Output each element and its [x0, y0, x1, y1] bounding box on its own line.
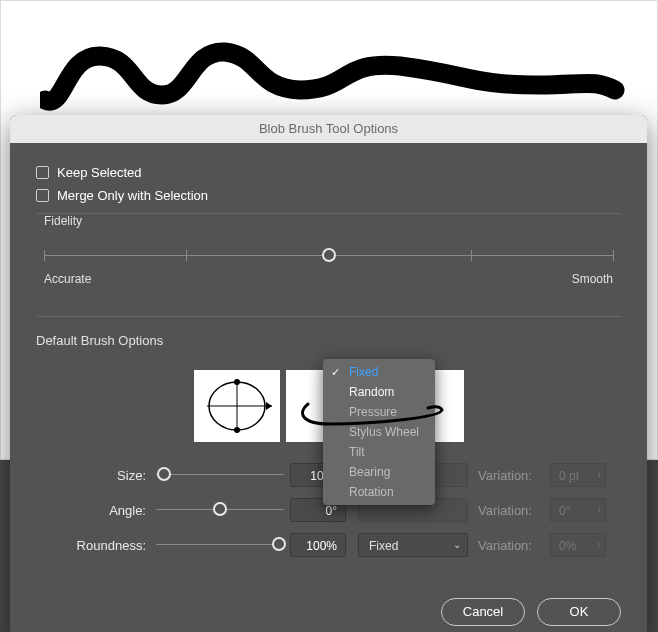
dropdown-item-fixed[interactable]: ✓Fixed: [323, 362, 435, 382]
type-dropdown-menu[interactable]: ✓Fixed Random Pressure Stylus Wheel Tilt…: [323, 359, 435, 505]
fidelity-left-label: Accurate: [44, 272, 91, 286]
keep-selected-checkbox[interactable]: [36, 166, 49, 179]
roundness-slider-thumb[interactable]: [272, 537, 286, 551]
dropdown-item-bearing[interactable]: Bearing: [323, 462, 435, 482]
roundness-input[interactable]: 100%: [290, 533, 346, 557]
dropdown-item-tilt[interactable]: Tilt: [323, 442, 435, 462]
roundness-label: Roundness:: [36, 538, 156, 553]
fidelity-slider-thumb[interactable]: [322, 248, 336, 262]
merge-only-checkbox[interactable]: [36, 189, 49, 202]
angle-slider-thumb[interactable]: [213, 502, 227, 516]
brush-preview-ellipse: [194, 370, 280, 442]
svg-point-3: [234, 379, 240, 385]
merge-only-label: Merge Only with Selection: [57, 188, 208, 203]
check-icon: ✓: [331, 362, 340, 382]
ok-button[interactable]: OK: [537, 598, 621, 626]
roundness-type-select[interactable]: Fixed⌄: [358, 533, 468, 557]
dropdown-item-random[interactable]: Random: [323, 382, 435, 402]
dialog-title: Blob Brush Tool Options: [10, 115, 647, 143]
brush-options-title: Default Brush Options: [36, 333, 621, 348]
fidelity-label: Fidelity: [44, 214, 613, 228]
keep-selected-label: Keep Selected: [57, 165, 142, 180]
roundness-variation-input: 0%›: [550, 533, 606, 557]
size-slider-thumb[interactable]: [157, 467, 171, 481]
angle-label: Angle:: [36, 503, 156, 518]
size-variation-label: Variation:: [478, 468, 550, 483]
brush-stroke-artwork: [40, 40, 630, 120]
dropdown-item-rotation[interactable]: Rotation: [323, 482, 435, 502]
svg-point-4: [234, 427, 240, 433]
roundness-variation-label: Variation:: [478, 538, 550, 553]
size-label: Size:: [36, 468, 156, 483]
fidelity-slider[interactable]: [44, 246, 613, 266]
angle-slider[interactable]: [156, 500, 284, 520]
fidelity-right-label: Smooth: [572, 272, 613, 286]
angle-variation-label: Variation:: [478, 503, 550, 518]
cancel-button[interactable]: Cancel: [441, 598, 525, 626]
handdrawn-annotation: [300, 402, 460, 432]
roundness-slider[interactable]: [156, 535, 284, 555]
size-slider[interactable]: [156, 465, 284, 485]
angle-variation-input: 0°›: [550, 498, 606, 522]
size-variation-input: 0 pt›: [550, 463, 606, 487]
